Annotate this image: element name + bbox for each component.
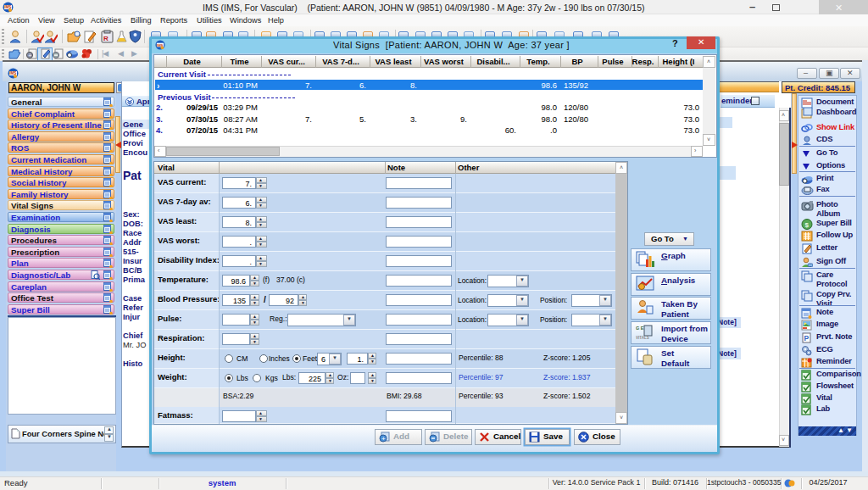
svg-text:+: + — [28, 53, 31, 58]
svg-text:+: + — [381, 435, 386, 443]
svg-text:$: $ — [805, 221, 810, 229]
svg-text:P: P — [804, 334, 810, 342]
svg-text:VITALS: VITALS — [636, 336, 649, 340]
svg-text:R: R — [103, 35, 108, 42]
